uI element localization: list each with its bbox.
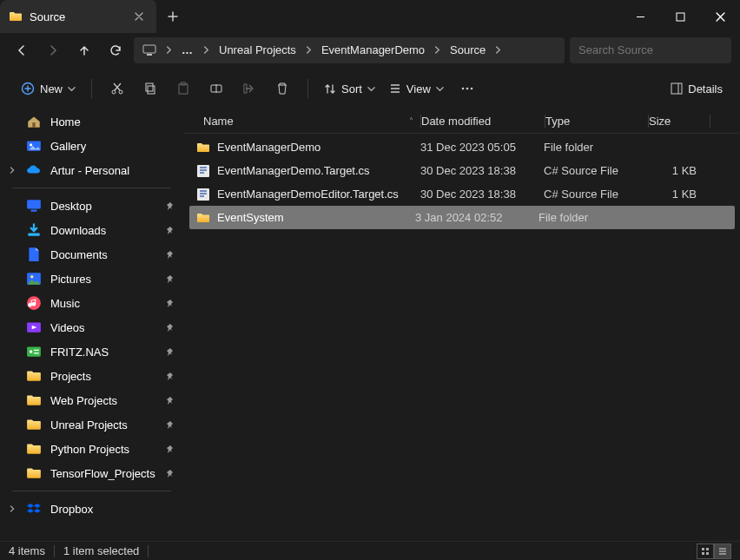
sort-asc-icon: ˄ xyxy=(409,116,413,126)
close-window-button[interactable] xyxy=(700,0,740,33)
pin-icon[interactable] xyxy=(166,226,175,234)
ellipsis-icon xyxy=(460,82,474,96)
svg-rect-22 xyxy=(148,86,155,94)
details-button[interactable]: Details xyxy=(665,74,728,103)
search-input[interactable] xyxy=(570,37,731,63)
breadcrumb-item[interactable]: Source xyxy=(446,42,489,58)
pin-icon[interactable] xyxy=(166,250,175,259)
sidebar-item[interactable]: Videos xyxy=(0,315,183,339)
sidebar[interactable]: HomeGalleryArtur - PersonalDesktopDownlo… xyxy=(0,109,184,541)
monitor-icon xyxy=(142,43,156,57)
column-type[interactable]: Type xyxy=(545,115,648,128)
view-details-button[interactable] xyxy=(714,544,731,559)
pin-icon[interactable] xyxy=(166,420,175,429)
column-name[interactable]: Name˄ xyxy=(196,115,420,128)
sidebar-item[interactable]: Documents xyxy=(0,242,183,267)
pin-icon[interactable] xyxy=(166,299,175,307)
svg-point-19 xyxy=(112,90,116,94)
breadcrumb[interactable]: … Unreal Projects EventManagerDemo Sourc… xyxy=(134,37,565,63)
maximize-button[interactable] xyxy=(660,0,700,33)
new-tab-button[interactable] xyxy=(156,11,189,22)
view-button[interactable]: View xyxy=(384,74,449,103)
share-button[interactable] xyxy=(235,74,264,103)
sidebar-item[interactable]: Desktop xyxy=(0,194,183,218)
view-thumb-button[interactable] xyxy=(697,544,714,559)
sidebar-item-label: Unreal Projects xyxy=(50,418,128,432)
sidebar-item[interactable]: Dropbox xyxy=(0,497,183,521)
file-row[interactable]: EventManagerDemo.Target.cs30 Dec 2023 18… xyxy=(184,159,740,182)
view-toggle[interactable] xyxy=(697,544,731,559)
sidebar-item[interactable]: FRITZ.NAS xyxy=(0,339,183,364)
copy-button[interactable] xyxy=(135,74,165,103)
search-field[interactable] xyxy=(578,43,723,56)
file-list[interactable]: EventManagerDemo31 Dec 2023 05:05File fo… xyxy=(184,134,740,541)
more-button[interactable] xyxy=(453,74,482,103)
chevron-icon[interactable] xyxy=(9,167,16,174)
chevron-icon[interactable] xyxy=(163,46,175,54)
back-button[interactable] xyxy=(9,38,35,63)
sidebar-item[interactable]: Gallery xyxy=(0,134,183,158)
file-name: EventManagerDemo xyxy=(217,141,320,154)
column-date[interactable]: Date modified xyxy=(421,115,545,128)
dropbox-icon xyxy=(26,501,42,517)
sidebar-item[interactable]: Downloads xyxy=(0,218,183,242)
sidebar-item[interactable]: Projects xyxy=(0,364,183,388)
pin-icon[interactable] xyxy=(166,469,175,478)
minimize-button[interactable] xyxy=(620,0,660,33)
file-date: 30 Dec 2023 18:38 xyxy=(420,164,544,177)
plus-circle-icon xyxy=(21,82,35,96)
overflow-ellipsis[interactable]: … xyxy=(178,42,197,58)
sidebar-item-label: Dropbox xyxy=(50,503,93,516)
chevron-icon[interactable] xyxy=(201,46,212,54)
file-row[interactable]: EventManagerDemo31 Dec 2023 05:05File fo… xyxy=(184,135,740,159)
file-row[interactable]: EventManagerDemoEditor.Target.cs30 Dec 2… xyxy=(184,182,740,206)
forward-button[interactable] xyxy=(40,38,66,63)
folder-icon xyxy=(9,10,23,23)
new-label: New xyxy=(40,82,63,96)
breadcrumb-item[interactable]: EventManagerDemo xyxy=(318,42,428,58)
new-button[interactable]: New xyxy=(16,74,81,103)
pin-icon[interactable] xyxy=(166,396,175,405)
svg-rect-15 xyxy=(677,13,684,21)
chevron-icon[interactable] xyxy=(303,46,314,54)
sidebar-item[interactable]: Home xyxy=(0,109,183,134)
cs-icon xyxy=(196,188,210,201)
status-selection: 1 item selected xyxy=(63,544,139,557)
sort-button[interactable]: Sort xyxy=(319,74,380,103)
chevron-icon[interactable] xyxy=(9,505,16,512)
sidebar-item[interactable]: Web Projects xyxy=(0,388,183,412)
pin-icon[interactable] xyxy=(166,445,175,453)
pin-icon[interactable] xyxy=(166,347,175,356)
pin-icon[interactable] xyxy=(166,274,175,283)
paste-button[interactable] xyxy=(168,74,198,103)
cut-button[interactable] xyxy=(102,74,132,103)
chevron-icon[interactable] xyxy=(492,46,504,54)
sidebar-item-label: Downloads xyxy=(50,224,106,237)
sidebar-item-label: FRITZ.NAS xyxy=(50,346,109,359)
sidebar-item[interactable]: Pictures xyxy=(0,267,183,291)
music-icon xyxy=(26,295,42,311)
sidebar-item-label: Web Projects xyxy=(50,394,117,407)
column-size[interactable]: Size xyxy=(649,115,710,128)
file-row[interactable]: EventSystem3 Jan 2024 02:52File folder xyxy=(189,206,735,229)
delete-button[interactable] xyxy=(268,74,297,103)
tab[interactable]: Source xyxy=(0,0,156,33)
chevron-icon[interactable] xyxy=(432,46,443,54)
rename-button[interactable] xyxy=(202,74,231,103)
sidebar-item[interactable]: Artur - Personal xyxy=(0,158,183,182)
sidebar-item[interactable]: Python Projects xyxy=(0,437,183,461)
refresh-button[interactable] xyxy=(102,38,129,63)
breadcrumb-item[interactable]: Unreal Projects xyxy=(215,42,300,58)
sidebar-item[interactable]: Unreal Projects xyxy=(0,412,183,437)
pin-icon[interactable] xyxy=(166,323,175,332)
sidebar-item-label: Pictures xyxy=(50,273,91,286)
pin-icon[interactable] xyxy=(166,372,175,380)
folder-icon xyxy=(26,368,42,384)
sidebar-item[interactable]: TensorFlow_Projects xyxy=(0,461,183,485)
sidebar-item[interactable]: Music xyxy=(0,291,183,315)
up-button[interactable] xyxy=(71,38,97,63)
close-tab-button[interactable] xyxy=(132,10,146,23)
details-icon xyxy=(671,82,683,95)
file-name: EventManagerDemo.Target.cs xyxy=(217,164,370,177)
pin-icon[interactable] xyxy=(166,201,175,210)
